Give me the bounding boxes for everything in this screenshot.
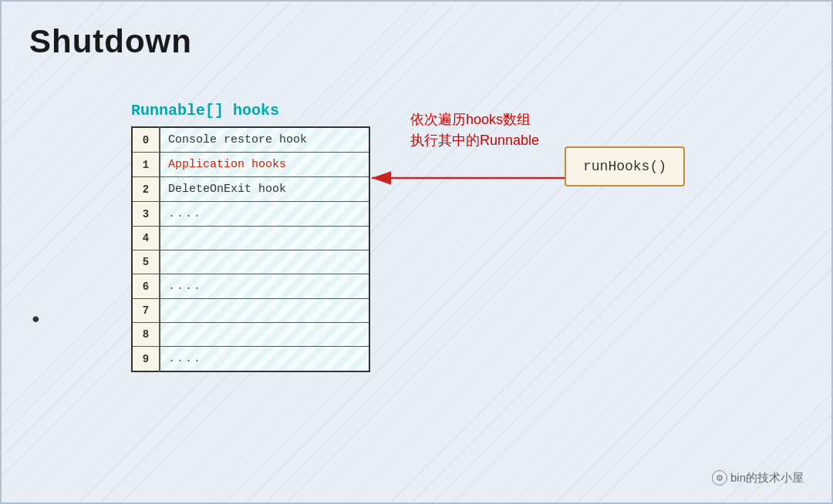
content-cell: .... [160,274,369,299]
index-cell: 9 [132,347,160,372]
index-cell: 7 [132,299,160,323]
table-row: 9 .... [132,347,369,372]
index-cell: 8 [132,323,160,347]
content-cell [160,323,369,347]
table-row: 3 .... [132,202,369,227]
arrow-container [368,166,568,190]
index-cell: 5 [132,250,160,274]
index-cell: 4 [132,227,160,250]
table-row: 4 [132,227,369,250]
annotation-line1: 依次遍历hooks数组 [410,109,539,130]
watermark: ⚙ bin的技术小屋 [712,470,804,486]
watermark-icon: ⚙ [712,470,727,486]
content-cell [160,227,369,250]
index-cell: 6 [132,274,160,299]
index-cell: 2 [132,177,160,202]
table-row: 6 .... [132,274,369,299]
annotation-box: 依次遍历hooks数组 执行其中的Runnable [410,109,539,151]
index-cell: 3 [132,202,160,227]
array-table: 0 Console restore hook 1 Application hoo… [131,126,370,372]
table-row: 2 DeleteOnExit hook [132,177,369,202]
table-row: 8 [132,323,369,347]
content-cell: .... [160,347,369,372]
watermark-text: bin的技术小屋 [730,471,804,486]
content-cell: .... [160,202,369,227]
page-title: Shutdown [29,23,192,60]
content-cell: Application hooks [160,153,369,177]
content-cell [160,299,369,323]
content-cell [160,250,369,274]
content-cell: Console restore hook [160,127,369,153]
annotation-line2: 执行其中的Runnable [410,130,539,151]
runnable-label: Runnable[] hooks [131,102,279,119]
table-row: 1 Application hooks [132,153,369,177]
content-cell: DeleteOnExit hook [160,177,369,202]
table-row: 7 [132,299,369,323]
table-row: 0 Console restore hook [132,127,369,153]
arrow-svg [368,166,568,190]
bullet-point: • [29,308,42,332]
index-cell: 0 [132,127,160,153]
run-hooks-button[interactable]: runHooks() [565,146,685,186]
table-row: 5 [132,250,369,274]
main-container: Shutdown Runnable[] hooks 0 Console rest… [0,0,833,504]
index-cell: 1 [132,153,160,177]
